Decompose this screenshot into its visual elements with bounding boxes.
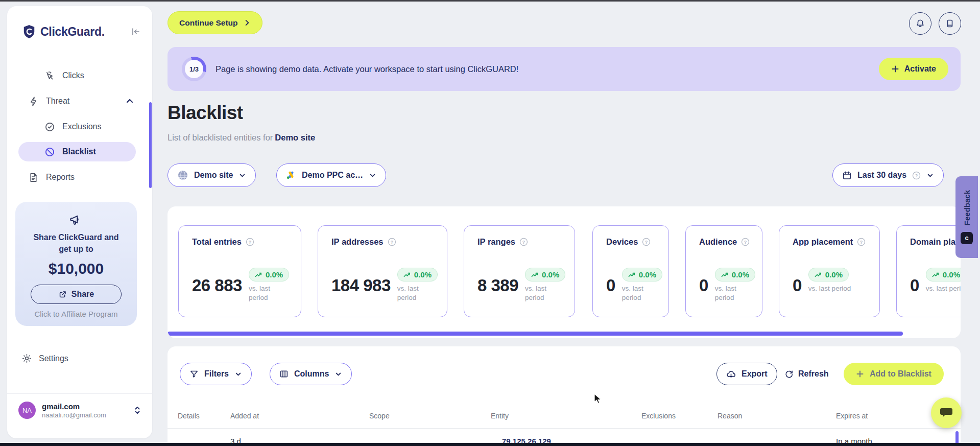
docs-button[interactable]	[939, 12, 961, 35]
help-icon[interactable]: ?	[246, 238, 254, 246]
delta-badge: 0.0%	[715, 268, 755, 281]
affiliate-link-text[interactable]: Click to Affiliate Program	[15, 310, 137, 318]
svg-text:?: ?	[860, 240, 863, 245]
chat-widget-button[interactable]	[931, 397, 962, 428]
site-selector[interactable]: Demo site	[168, 163, 256, 187]
date-range-value: Last 30 days	[857, 171, 906, 180]
date-range-selector[interactable]: Last 30 days ?	[832, 163, 944, 187]
add-to-blacklist-button[interactable]: Add to Blacklist	[844, 363, 944, 385]
svg-text:?: ?	[390, 240, 393, 245]
feedback-tab[interactable]: Feedback c	[955, 176, 978, 258]
speech-bubble-icon	[939, 406, 953, 419]
help-icon[interactable]: ?	[741, 238, 750, 246]
sidebar-item-blacklist[interactable]: Blacklist	[18, 142, 136, 161]
promo-amount: $10,000	[15, 260, 137, 277]
col-header-scope[interactable]: Scope	[369, 412, 390, 420]
col-header-expires-at[interactable]: Expires at	[836, 412, 868, 420]
delta-caption: vs. last period	[525, 284, 559, 302]
ppc-account-selector[interactable]: Demo PPC ac…	[276, 163, 386, 187]
svg-text:?: ?	[249, 240, 251, 245]
external-link-icon	[58, 290, 67, 299]
cloud-download-icon	[726, 369, 736, 379]
brand-wordmark: ClickGuard.	[40, 25, 105, 39]
avatar: NA	[18, 402, 36, 419]
stat-card-ip-ranges: IP ranges? 8 389 0.0% vs. last period	[464, 225, 575, 317]
help-icon[interactable]: ?	[388, 238, 396, 246]
help-icon[interactable]: ?	[642, 238, 651, 246]
setup-progress-ring: 1/3	[182, 57, 206, 81]
col-header-exclusions[interactable]: Exclusions	[641, 412, 676, 420]
sidebar-item-exclusions[interactable]: Exclusions	[7, 117, 152, 136]
sidebar-item-settings[interactable]: Settings	[21, 353, 68, 364]
workspace-name: gmail.com	[42, 402, 106, 411]
help-icon[interactable]: ?	[912, 171, 921, 180]
export-label: Export	[742, 369, 768, 379]
book-icon	[945, 18, 955, 29]
svg-text:?: ?	[915, 173, 918, 178]
feedback-label: Feedback	[963, 190, 971, 225]
site-selector-value: Demo site	[194, 171, 233, 180]
table-vertical-scrollbar[interactable]	[955, 431, 959, 443]
subtitle-site: Demo site	[275, 133, 315, 142]
stat-value: 0	[699, 276, 708, 295]
svg-text:?: ?	[645, 240, 648, 245]
activate-button[interactable]: Activate	[879, 58, 948, 80]
sidebar-scrollbar-thumb[interactable]	[149, 102, 152, 188]
refresh-button[interactable]: Refresh	[784, 363, 829, 385]
select-chevrons-icon	[134, 406, 141, 415]
sidebar-item-label: Threat	[46, 97, 69, 106]
user-email: naatali.ro@gmail.com	[42, 411, 106, 419]
columns-icon	[279, 369, 289, 379]
funnel-icon	[189, 369, 199, 379]
help-icon[interactable]: ?	[519, 238, 528, 246]
notifications-button[interactable]	[909, 12, 931, 35]
stat-card-devices: Devices? 0 0.0% vs. last period	[592, 225, 669, 317]
promo-line1: Share ClickGuard and	[15, 231, 137, 243]
col-header-details[interactable]: Details	[178, 412, 200, 420]
columns-dropdown[interactable]: Columns	[270, 363, 352, 385]
clickguard-mark-icon: c	[961, 232, 973, 244]
plus-icon	[856, 370, 864, 378]
stat-value: 26 883	[192, 276, 242, 295]
continue-setup-button[interactable]: Continue Setup	[168, 11, 262, 34]
stat-value: 0	[606, 276, 615, 295]
affiliate-promo-card[interactable]: Share ClickGuard and get up to $10,000 S…	[15, 202, 137, 326]
row-added-at: 3 d	[230, 437, 241, 443]
setup-progress-step: 1/3	[185, 60, 203, 78]
delta-badge: 0.0%	[397, 268, 438, 281]
stat-value: 0	[910, 276, 919, 295]
cards-horizontal-scrollbar[interactable]	[168, 332, 903, 336]
export-button[interactable]: Export	[716, 363, 777, 385]
bell-icon	[915, 18, 925, 29]
sidebar-collapse-icon[interactable]	[131, 27, 141, 37]
filters-dropdown[interactable]: Filters	[180, 363, 252, 385]
chevron-up-icon[interactable]	[126, 97, 134, 105]
clickguard-shield-icon	[22, 25, 36, 39]
help-icon[interactable]: ?	[857, 238, 866, 246]
delta-badge: 0.0%	[622, 268, 662, 281]
svg-text:?: ?	[744, 240, 747, 245]
delta-caption: vs. last period	[622, 284, 656, 302]
window-bottom-edge	[0, 443, 980, 446]
blacklist-table-panel: Filters Columns Export Refresh Add to Bl…	[168, 346, 961, 443]
share-button-label: Share	[71, 290, 94, 299]
blocked-icon	[44, 147, 55, 157]
share-button[interactable]: Share	[31, 285, 122, 304]
delta-badge: 0.0%	[926, 268, 961, 281]
col-header-entity[interactable]: Entity	[491, 412, 509, 420]
ppc-account-value: Demo PPC ac…	[302, 171, 363, 180]
col-header-added-at[interactable]: Added at	[230, 412, 259, 420]
delta-caption: vs. last period	[808, 284, 865, 293]
sidebar-item-clicks[interactable]: Clicks	[7, 66, 152, 85]
columns-label: Columns	[294, 369, 329, 379]
account-switcher[interactable]: NA gmail.com naatali.ro@gmail.com	[18, 402, 141, 419]
sidebar-item-reports[interactable]: Reports	[7, 168, 152, 187]
delta-caption: vs. last period	[249, 284, 282, 302]
sidebar-item-threat[interactable]: Threat	[7, 91, 152, 111]
promo-line2: get up to	[15, 243, 137, 255]
mouse-cursor	[594, 393, 604, 405]
gear-icon	[21, 353, 32, 364]
delta-caption: vs. last period	[715, 284, 749, 302]
col-header-reason[interactable]: Reason	[718, 412, 742, 420]
banner-message: Page is showing demo data. Activate your…	[216, 47, 518, 91]
